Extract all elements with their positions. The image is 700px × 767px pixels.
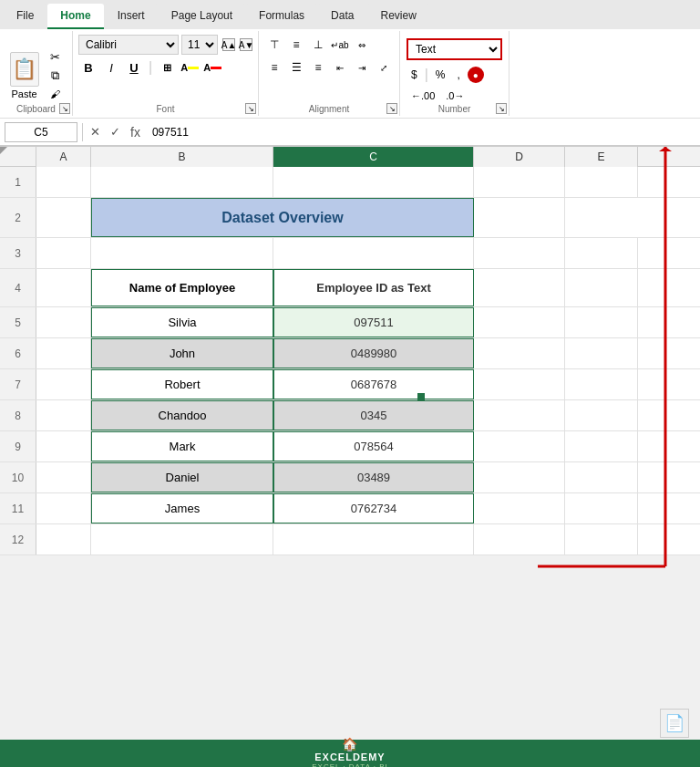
format-circle-button[interactable]: ●	[468, 67, 484, 83]
cell-d4[interactable]	[474, 269, 565, 306]
number-format-select[interactable]: Text General Number Currency Accounting …	[407, 38, 502, 60]
cell-b3[interactable]	[91, 238, 273, 268]
cell-a4[interactable]	[36, 269, 91, 306]
align-middle-button[interactable]: ≡	[286, 35, 306, 55]
cell-a1[interactable]	[36, 167, 91, 197]
cell-e10[interactable]	[565, 462, 638, 492]
cell-b8[interactable]: Chandoo	[91, 400, 273, 430]
cell-e3[interactable]	[565, 238, 638, 268]
cell-e6[interactable]	[565, 338, 638, 368]
col-header-d[interactable]: D	[474, 147, 565, 167]
cell-d9[interactable]	[474, 431, 565, 461]
cell-c9[interactable]: 078564	[273, 431, 474, 461]
cell-d12[interactable]	[474, 524, 565, 555]
formula-input[interactable]	[148, 122, 695, 142]
cell-b5[interactable]: Silvia	[91, 307, 273, 337]
cell-a5[interactable]	[36, 307, 91, 337]
tab-insert[interactable]: Insert	[105, 4, 158, 29]
border-button[interactable]: ⊞	[157, 57, 177, 78]
fill-color-button[interactable]: A	[180, 57, 200, 78]
cell-c4-header[interactable]: Employee ID as Text	[273, 269, 474, 306]
cell-a9[interactable]	[36, 431, 91, 461]
tab-review[interactable]: Review	[367, 4, 428, 29]
align-right-button[interactable]: ≡	[308, 57, 328, 78]
size-decrease[interactable]: A▼	[240, 38, 252, 51]
align-bottom-button[interactable]: ⊥	[308, 35, 328, 55]
tab-home[interactable]: Home	[47, 4, 103, 29]
format-painter-button[interactable]: 🖌	[45, 86, 67, 102]
decrease-indent-button[interactable]: ⇤	[330, 57, 350, 78]
cell-b11[interactable]: James	[91, 493, 273, 523]
cell-d10[interactable]	[474, 462, 565, 492]
size-increase[interactable]: A▲	[222, 38, 235, 51]
cell-b10[interactable]: Daniel	[91, 462, 273, 492]
cell-c8[interactable]: 0345	[273, 400, 474, 430]
cell-a3[interactable]	[36, 238, 91, 268]
font-color-button[interactable]: A	[202, 57, 222, 78]
cell-d8[interactable]	[474, 400, 565, 430]
cell-b12[interactable]	[91, 524, 273, 555]
cell-a6[interactable]	[36, 338, 91, 368]
cell-b9[interactable]: Mark	[91, 431, 273, 461]
cell-c11[interactable]: 0762734	[273, 493, 474, 523]
align-left-button[interactable]: ≡	[264, 57, 284, 78]
cell-b7[interactable]: Robert	[91, 369, 273, 399]
cell-c10[interactable]: 03489	[273, 462, 474, 492]
tab-file[interactable]: File	[4, 4, 46, 29]
underline-button[interactable]: U	[124, 57, 144, 78]
cell-c5[interactable]: 097511	[273, 307, 474, 337]
font-name-select[interactable]: Calibri	[78, 35, 179, 55]
sheet-icon-button[interactable]: 📄	[660, 709, 689, 738]
increase-indent-button[interactable]: ⇥	[352, 57, 372, 78]
cell-a10[interactable]	[36, 462, 91, 492]
formula-cancel-button[interactable]: ✕	[88, 125, 103, 139]
cell-d11[interactable]	[474, 493, 565, 523]
cell-e4[interactable]	[565, 269, 638, 306]
cell-e9[interactable]	[565, 431, 638, 461]
cell-d3[interactable]	[474, 238, 565, 268]
cell-c7[interactable]: 0687678	[273, 369, 474, 399]
increase-decimal-button[interactable]: ←.00	[407, 88, 439, 103]
col-header-c[interactable]: C	[273, 147, 474, 167]
cell-d1[interactable]	[474, 167, 565, 197]
decrease-decimal-button[interactable]: .0→	[441, 88, 468, 103]
col-header-a[interactable]: A	[36, 147, 91, 167]
tab-page-layout[interactable]: Page Layout	[159, 4, 245, 29]
comma-button[interactable]: ,	[453, 67, 465, 83]
cell-c12[interactable]	[273, 524, 474, 555]
cell-a7[interactable]	[36, 369, 91, 399]
cell-c6[interactable]: 0489980	[273, 338, 474, 368]
cell-e5[interactable]	[565, 307, 638, 337]
align-center-button[interactable]: ☰	[286, 57, 306, 78]
orientation-button[interactable]: ⤢	[374, 57, 394, 78]
fill-handle[interactable]	[417, 393, 425, 400]
cut-button[interactable]: ✂	[45, 49, 67, 66]
align-top-button[interactable]: ⊤	[264, 35, 284, 55]
copy-button[interactable]: ⧉	[45, 67, 67, 84]
cell-d5[interactable]	[474, 307, 565, 337]
col-header-b[interactable]: B	[91, 147, 273, 167]
cell-reference-box[interactable]: C5	[5, 122, 77, 142]
cell-b2-title[interactable]: Dataset Overview	[91, 198, 474, 237]
number-expand[interactable]: ↘	[496, 103, 507, 114]
col-header-e[interactable]: E	[565, 147, 638, 167]
merge-center-button[interactable]: ⇔	[352, 35, 372, 55]
cell-b1[interactable]	[91, 167, 273, 197]
cell-d6[interactable]	[474, 338, 565, 368]
wrap-text-button[interactable]: ↵ab	[330, 35, 350, 55]
italic-button[interactable]: I	[101, 57, 121, 78]
cell-c3[interactable]	[273, 238, 474, 268]
cell-a12[interactable]	[36, 524, 91, 555]
font-size-select[interactable]: 11	[181, 35, 218, 55]
percent-button[interactable]: %	[431, 67, 450, 83]
cell-b4-header[interactable]: Name of Employee	[91, 269, 273, 306]
paste-button[interactable]: 📋 Paste	[6, 50, 43, 101]
cell-c1[interactable]	[273, 167, 474, 197]
cell-a11[interactable]	[36, 493, 91, 523]
dollar-button[interactable]: $	[407, 67, 422, 83]
cell-e12[interactable]	[565, 524, 638, 555]
cell-e1[interactable]	[565, 167, 638, 197]
cell-e8[interactable]	[565, 400, 638, 430]
cell-e7[interactable]	[565, 369, 638, 399]
cell-d7[interactable]	[474, 369, 565, 399]
